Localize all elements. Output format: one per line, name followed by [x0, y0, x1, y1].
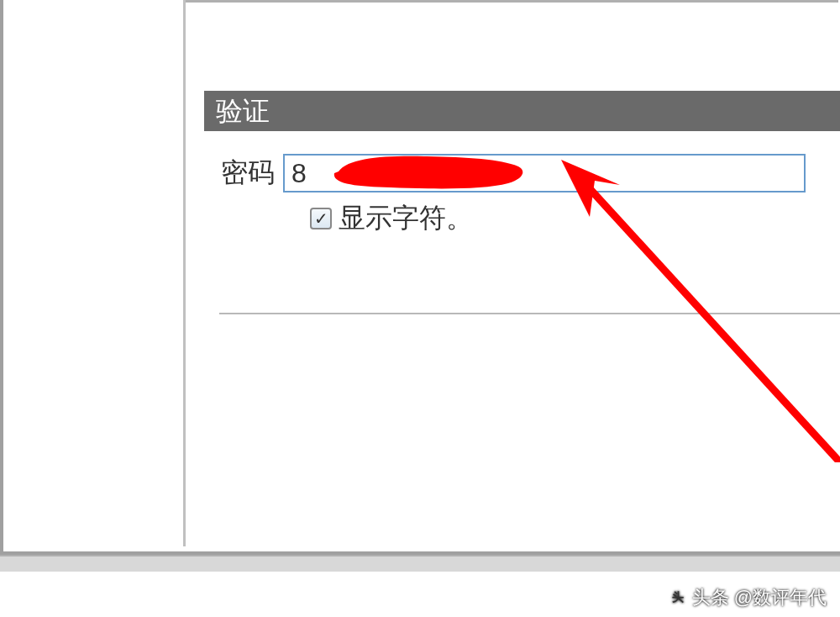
password-row: 密码 [221, 154, 806, 192]
divider [219, 313, 840, 314]
password-label: 密码 [221, 155, 275, 192]
checkmark-icon: ✓ [314, 210, 328, 227]
show-chars-row: ✓ 显示字符。 [310, 200, 473, 237]
bottom-bar [0, 555, 840, 572]
section-header-verification: 验证 [204, 91, 840, 131]
content-panel: 验证 密码 ✓ 显示字符。 [183, 0, 838, 546]
sidebar [3, 0, 183, 546]
watermark-prefix: 头条 [692, 585, 729, 610]
section-title: 验证 [216, 96, 270, 126]
watermark-icon: 头 [669, 588, 687, 607]
top-divider [186, 0, 838, 3]
password-input[interactable] [283, 154, 806, 192]
watermark-handle: @数评年代 [734, 585, 827, 610]
watermark: 头 头条 @数评年代 [669, 585, 827, 610]
show-chars-checkbox[interactable]: ✓ [310, 208, 332, 229]
show-chars-label: 显示字符。 [339, 200, 473, 237]
